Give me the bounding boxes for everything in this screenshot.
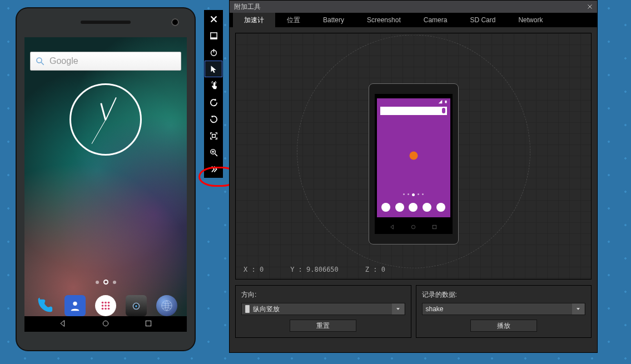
svg-point-9 [102, 308, 104, 310]
svg-rect-29 [245, 305, 250, 313]
tab-camera[interactable]: Camera [413, 13, 459, 27]
reset-button[interactable]: 重置 [290, 320, 356, 332]
google-search-widget[interactable]: Google [30, 52, 181, 71]
svg-line-1 [41, 62, 44, 65]
svg-rect-21 [212, 134, 215, 137]
phone-screen[interactable]: 9:28 Google [24, 37, 187, 332]
tab-battery[interactable]: Battery [312, 13, 356, 27]
accelerometer-viewport[interactable]: X : 0 Y : 9.806650 Z : 0 [235, 33, 592, 280]
mini-center-dot-icon [409, 151, 418, 159]
camera-app[interactable] [126, 295, 147, 316]
coord-x: X : 0 [244, 266, 264, 273]
coordinate-readout: X : 0 Y : 9.806650 Z : 0 [244, 266, 385, 273]
rotate-cw-button[interactable] [205, 111, 222, 127]
phone-portrait-icon [245, 305, 250, 313]
svg-line-23 [215, 153, 217, 156]
front-camera [171, 18, 179, 26]
svg-point-27 [411, 225, 415, 228]
orientation-label: 方向: [241, 290, 405, 300]
search-icon [35, 56, 45, 66]
svg-point-10 [105, 308, 107, 310]
cursor-mode-button[interactable] [205, 61, 222, 77]
svg-point-3 [102, 302, 104, 304]
dropdown-toggle[interactable] [392, 303, 404, 315]
tab-network[interactable]: Network [507, 13, 554, 27]
expand-extras-button[interactable] [205, 161, 222, 177]
clock-second-hand [92, 119, 106, 144]
minimize-button[interactable] [205, 27, 222, 44]
mini-wallpaper [377, 98, 450, 217]
analog-clock-widget[interactable] [69, 83, 142, 156]
mini-dock [377, 203, 450, 212]
svg-point-4 [105, 302, 107, 304]
search-placeholder: Google [49, 56, 78, 66]
close-button[interactable] [205, 11, 222, 27]
wallpaper [24, 37, 187, 332]
orientation-group: 方向: 纵向竖放 重置 [235, 285, 411, 338]
play-button[interactable]: 播放 [470, 320, 537, 332]
orientation-dropdown[interactable]: 纵向竖放 [241, 303, 405, 315]
svg-point-15 [103, 321, 108, 326]
zoom-in-button[interactable] [205, 144, 222, 161]
emulator-phone-frame: 9:28 Google [17, 8, 195, 350]
svg-point-11 [108, 308, 110, 310]
svg-point-7 [105, 305, 107, 307]
clock-hour-hand [100, 103, 106, 121]
svg-point-5 [108, 302, 110, 304]
browser-app[interactable] [156, 295, 177, 316]
mini-back-icon [389, 224, 395, 230]
svg-point-6 [102, 305, 104, 307]
coord-y: Y : 9.806650 [290, 266, 339, 273]
emulator-toolbar [204, 10, 223, 178]
app-drawer-button[interactable] [95, 295, 116, 316]
panel-titlebar[interactable]: 附加工具 [230, 1, 597, 13]
tab-location[interactable]: 位置 [276, 13, 312, 27]
tab-screenshot[interactable]: Screenshot [356, 13, 413, 27]
nav-back-button[interactable] [58, 319, 67, 330]
chevron-down-icon [395, 306, 401, 312]
mini-signal-icon [438, 99, 443, 104]
panel-tabs: 加速计 位置 Battery Screenshot Camera SD Card… [230, 13, 597, 27]
mini-page-indicator [377, 193, 450, 196]
svg-point-13 [135, 305, 137, 307]
mini-search-bar [380, 107, 447, 115]
record-dropdown[interactable]: shake [422, 303, 586, 315]
nav-recent-button[interactable] [144, 319, 153, 330]
rotate-ccw-button[interactable] [205, 94, 222, 111]
mini-battery-icon [444, 99, 448, 104]
phone-speaker [81, 21, 131, 24]
clock-minute-hand [105, 97, 117, 121]
mini-phone-preview[interactable] [369, 83, 459, 245]
power-button[interactable] [205, 44, 222, 61]
tab-sdcard[interactable]: SD Card [459, 13, 507, 27]
close-icon [587, 3, 593, 10]
android-nav-bar [24, 316, 187, 332]
mini-recent-icon [431, 224, 438, 230]
svg-point-2 [73, 302, 77, 306]
svg-rect-28 [433, 225, 436, 228]
mini-home-icon [410, 224, 416, 230]
dropdown-toggle[interactable] [572, 303, 584, 315]
touch-mode-button[interactable] [205, 77, 222, 94]
svg-point-0 [37, 58, 42, 63]
app-dock [24, 295, 187, 316]
panel-close-button[interactable] [585, 2, 595, 12]
phone-app[interactable] [34, 295, 55, 316]
mini-mic-icon [442, 108, 445, 113]
orientation-value: 纵向竖放 [253, 305, 280, 314]
mini-phone-screen [375, 94, 453, 234]
fit-screen-button[interactable] [205, 127, 222, 144]
record-group: 记录的数据: shake 播放 [416, 285, 592, 338]
mini-status-bar [438, 99, 448, 104]
tab-accelerometer[interactable]: 加速计 [233, 13, 276, 27]
record-value: shake [426, 305, 444, 313]
record-label: 记录的数据: [422, 290, 586, 300]
coord-z: Z : 0 [365, 266, 385, 273]
svg-point-8 [108, 305, 110, 307]
chevron-down-icon [575, 306, 581, 312]
extras-panel: 附加工具 加速计 位置 Battery Screenshot Camera SD… [229, 0, 598, 353]
nav-home-button[interactable] [101, 319, 110, 330]
svg-rect-16 [146, 321, 151, 326]
mini-nav-bar [375, 220, 453, 234]
contacts-app[interactable] [64, 295, 86, 316]
